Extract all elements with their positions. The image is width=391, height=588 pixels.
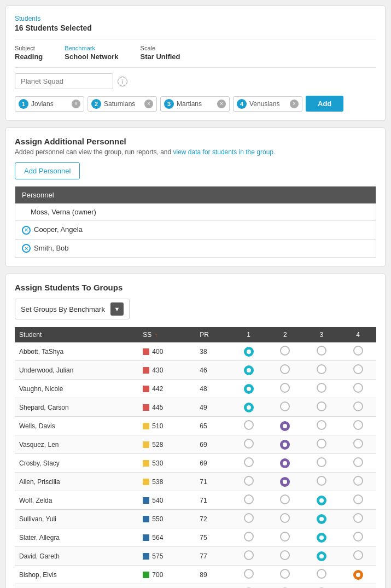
radio-unchecked[interactable] (353, 364, 363, 374)
radio-unchecked[interactable] (353, 383, 363, 393)
radio-unchecked[interactable] (353, 532, 363, 542)
group3-cell[interactable] (304, 510, 340, 528)
add-group-button[interactable]: Add (306, 96, 343, 112)
radio-unchecked[interactable] (353, 439, 363, 449)
radio-unchecked[interactable] (244, 513, 254, 523)
group1-cell[interactable] (230, 380, 267, 398)
group1-cell[interactable] (230, 566, 267, 584)
radio-unchecked[interactable] (280, 346, 290, 356)
group2-cell[interactable] (267, 380, 304, 398)
radio-unchecked[interactable] (317, 439, 326, 449)
radio-unchecked[interactable] (317, 346, 326, 356)
group4-cell[interactable] (340, 435, 376, 454)
radio-checked-teal[interactable] (317, 496, 326, 505)
radio-unchecked[interactable] (353, 550, 363, 560)
radio-unchecked[interactable] (280, 494, 290, 504)
radio-checked-teal[interactable] (244, 384, 254, 394)
group1-cell[interactable] (230, 528, 267, 547)
group4-cell[interactable] (340, 510, 376, 528)
group3-cell[interactable] (304, 566, 340, 584)
radio-unchecked[interactable] (244, 494, 254, 504)
radio-checked-teal[interactable] (244, 347, 254, 357)
group2-cell[interactable] (267, 491, 304, 510)
remove-group-1-icon[interactable]: × (72, 100, 80, 108)
radio-checked-teal[interactable] (244, 365, 254, 375)
group4-cell[interactable] (340, 584, 376, 589)
radio-checked-purple[interactable] (280, 477, 290, 487)
group4-cell[interactable] (340, 491, 376, 510)
remove-group-3-icon[interactable]: × (217, 100, 226, 108)
group2-cell[interactable] (267, 510, 304, 528)
benchmark-dropdown[interactable]: Set Groups By Benchmark ▼ (15, 299, 130, 319)
radio-unchecked[interactable] (244, 420, 254, 430)
group-name-input[interactable] (15, 73, 113, 89)
radio-unchecked[interactable] (353, 494, 363, 504)
radio-unchecked[interactable] (280, 569, 290, 579)
radio-unchecked[interactable] (353, 401, 363, 411)
group1-cell[interactable] (230, 584, 267, 589)
group3-cell[interactable] (304, 380, 340, 398)
radio-checked-orange[interactable] (353, 570, 363, 580)
radio-unchecked[interactable] (317, 457, 326, 467)
radio-unchecked[interactable] (353, 420, 363, 430)
group4-cell[interactable] (340, 417, 376, 435)
group4-cell[interactable] (340, 528, 376, 547)
group2-cell[interactable] (267, 566, 304, 584)
group-name-2[interactable] (104, 100, 142, 108)
radio-unchecked[interactable] (353, 513, 363, 523)
radio-checked-purple[interactable] (280, 458, 290, 468)
radio-unchecked[interactable] (317, 383, 326, 393)
group3-cell[interactable] (304, 547, 340, 566)
radio-unchecked[interactable] (244, 550, 254, 560)
group1-cell[interactable] (230, 361, 267, 380)
radio-unchecked[interactable] (280, 513, 290, 523)
group1-cell[interactable] (230, 417, 267, 435)
remove-personnel-icon[interactable]: ✕ (22, 244, 31, 253)
group3-cell[interactable] (304, 491, 340, 510)
remove-group-2-icon[interactable]: × (144, 100, 153, 108)
remove-group-4-icon[interactable]: × (290, 100, 299, 108)
group3-cell[interactable] (304, 342, 340, 361)
radio-unchecked[interactable] (280, 364, 290, 374)
radio-unchecked[interactable] (280, 383, 290, 393)
radio-unchecked[interactable] (353, 457, 363, 467)
group2-cell[interactable] (267, 454, 304, 473)
group3-cell[interactable] (304, 361, 340, 380)
group3-cell[interactable] (304, 528, 340, 547)
radio-checked-teal[interactable] (317, 551, 326, 561)
group4-cell[interactable] (340, 342, 376, 361)
group-name-1[interactable] (31, 100, 69, 108)
remove-personnel-icon[interactable]: ✕ (22, 226, 31, 235)
radio-unchecked[interactable] (280, 401, 290, 411)
group-name-4[interactable] (249, 100, 288, 108)
group4-cell[interactable] (340, 398, 376, 417)
group3-cell[interactable] (304, 417, 340, 435)
group4-cell[interactable] (340, 566, 376, 584)
group2-cell[interactable] (267, 417, 304, 435)
radio-unchecked[interactable] (317, 420, 326, 430)
radio-unchecked[interactable] (244, 476, 254, 486)
radio-unchecked[interactable] (244, 569, 254, 579)
group2-cell[interactable] (267, 584, 304, 589)
group1-cell[interactable] (230, 435, 267, 454)
group4-cell[interactable] (340, 380, 376, 398)
group2-cell[interactable] (267, 473, 304, 491)
radio-unchecked[interactable] (244, 457, 254, 467)
group2-cell[interactable] (267, 547, 304, 566)
radio-unchecked[interactable] (317, 401, 326, 411)
group3-cell[interactable] (304, 398, 340, 417)
group1-cell[interactable] (230, 454, 267, 473)
group4-cell[interactable] (340, 454, 376, 473)
radio-unchecked[interactable] (317, 476, 326, 486)
group1-cell[interactable] (230, 473, 267, 491)
group1-cell[interactable] (230, 547, 267, 566)
group4-cell[interactable] (340, 361, 376, 380)
radio-checked-purple[interactable] (280, 421, 290, 431)
group2-cell[interactable] (267, 435, 304, 454)
add-personnel-button[interactable]: Add Personnel (15, 162, 80, 179)
radio-unchecked[interactable] (244, 532, 254, 542)
group2-cell[interactable] (267, 398, 304, 417)
radio-checked-purple[interactable] (280, 440, 290, 450)
group1-cell[interactable] (230, 491, 267, 510)
radio-unchecked[interactable] (317, 364, 326, 374)
